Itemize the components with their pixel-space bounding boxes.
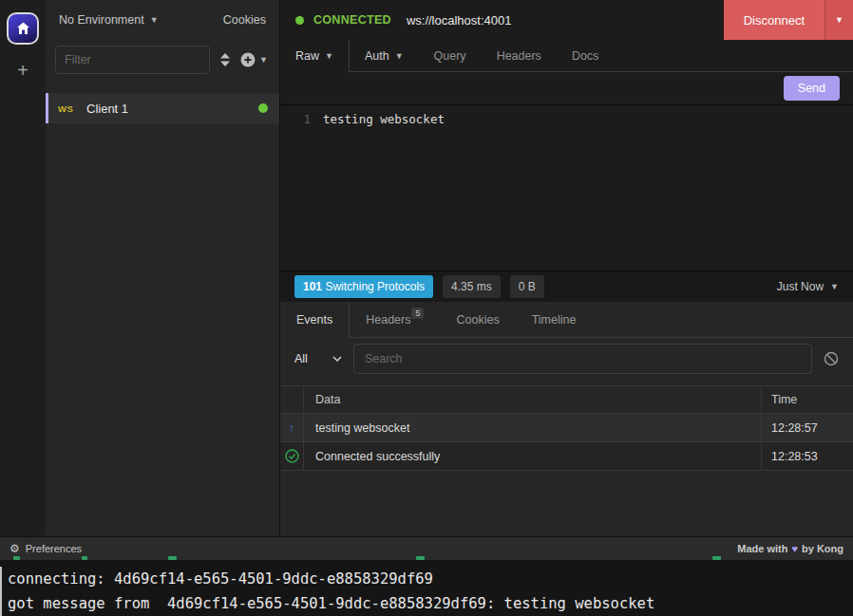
terminal-scrollbar[interactable] xyxy=(0,567,2,616)
event-data: testing websocket xyxy=(304,414,762,441)
chevron-down-icon: ▼ xyxy=(150,15,159,25)
main-pane: CONNECTED ws://localhost:4001 Disconnect… xyxy=(280,0,853,536)
disconnect-button[interactable]: Disconnect xyxy=(724,0,825,40)
tab-response-headers-label: Headers xyxy=(366,313,410,327)
connected-status-dot xyxy=(258,103,268,113)
table-row[interactable]: Connected successfully 12:28:53 xyxy=(280,442,853,471)
disconnect-split-button: Disconnect ▼ xyxy=(724,0,853,40)
ws-method-tag: WS xyxy=(58,103,86,114)
response-history-dropdown[interactable]: Just Now ▼ xyxy=(777,280,839,293)
check-circle-icon xyxy=(285,449,299,463)
tab-auth-label: Auth xyxy=(365,49,389,63)
terminal-line: connecting: 4d69cf14-e565-4501-9ddc-e885… xyxy=(8,567,853,591)
made-with-kong: Made with ♥ by Kong xyxy=(737,543,844,554)
editor-line-number: 1 xyxy=(280,112,323,271)
app-footer: ⚙ Preferences Made with ♥ by Kong xyxy=(0,536,853,560)
status-text: Switching Protocols xyxy=(325,280,425,293)
response-size-badge: 0 B xyxy=(510,275,544,298)
chevron-down-icon xyxy=(332,356,342,362)
events-search-input[interactable] xyxy=(353,344,812,374)
connection-status-label: CONNECTED xyxy=(313,13,391,27)
activity-rail: + xyxy=(0,0,46,536)
chevron-down-icon: ▼ xyxy=(325,51,333,61)
time-column-header: Time xyxy=(762,386,853,413)
chevron-down-icon: ▼ xyxy=(259,55,268,65)
events-pane: Events Headers 5 Cookies Timeline All xyxy=(280,302,853,536)
environment-label: No Environment xyxy=(59,13,144,27)
tab-timeline[interactable]: Timeline xyxy=(516,302,593,337)
clipped-terminal-text-fragment xyxy=(13,556,20,560)
tab-headers[interactable]: Headers xyxy=(482,40,557,71)
add-request-button[interactable]: ▼ xyxy=(240,52,268,67)
status-code-badge[interactable]: 101 Switching Protocols xyxy=(294,275,433,298)
message-editor[interactable]: 1 testing websocket xyxy=(280,104,853,271)
disconnect-menu-button[interactable]: ▼ xyxy=(825,0,853,40)
sort-icon[interactable] xyxy=(219,53,231,66)
response-tab-bar: Events Headers 5 Cookies Timeline xyxy=(280,302,853,338)
table-row[interactable]: ↑ testing websocket 12:28:57 xyxy=(280,414,853,442)
sidebar-header: No Environment ▼ Cookies xyxy=(46,0,279,40)
event-data: Connected successfully xyxy=(304,442,762,470)
preferences-button[interactable]: ⚙ Preferences xyxy=(9,542,82,555)
direction-column-header xyxy=(280,386,304,413)
recency-label: Just Now xyxy=(777,280,824,293)
tab-response-cookies[interactable]: Cookies xyxy=(440,302,515,337)
heart-icon: ♥ xyxy=(791,543,798,554)
tab-docs[interactable]: Docs xyxy=(557,40,614,71)
response-time-badge: 4.35 ms xyxy=(443,275,501,298)
editor-code: testing websocket xyxy=(323,112,445,271)
response-status-bar: 101 Switching Protocols 4.35 ms 0 B Just… xyxy=(280,271,853,302)
tab-events[interactable]: Events xyxy=(280,302,350,338)
events-table-header: Data Time xyxy=(280,385,853,414)
sidebar: No Environment ▼ Cookies ▼ WS Client 1 xyxy=(46,0,280,536)
tab-raw-label: Raw xyxy=(295,49,319,63)
ban-icon xyxy=(824,351,839,366)
tab-auth[interactable]: Auth ▼ xyxy=(350,40,419,71)
app-window: + No Environment ▼ Cookies ▼ WS Client 1 xyxy=(0,0,853,536)
event-type-select[interactable]: All xyxy=(294,352,342,365)
by-kong-text: by Kong xyxy=(802,543,844,554)
connection-status-dot xyxy=(295,16,304,25)
new-project-button[interactable]: + xyxy=(0,60,46,82)
event-time: 12:28:53 xyxy=(762,442,853,470)
preferences-label: Preferences xyxy=(26,543,82,554)
sidebar-item-client-1[interactable]: WS Client 1 xyxy=(46,93,279,123)
outgoing-arrow-icon: ↑ xyxy=(289,420,295,435)
send-button[interactable]: Send xyxy=(784,76,840,101)
data-column-header: Data xyxy=(304,386,762,413)
events-filter-row: All xyxy=(280,338,853,380)
tab-query[interactable]: Query xyxy=(419,40,482,71)
headers-count-badge: 5 xyxy=(411,308,424,319)
request-tab-bar: Raw ▼ Auth ▼ Query Headers Docs xyxy=(280,40,853,72)
tab-raw[interactable]: Raw ▼ xyxy=(280,40,350,72)
home-icon xyxy=(16,22,30,35)
clipped-terminal-text-fragment xyxy=(712,556,721,560)
status-code: 101 xyxy=(303,280,322,293)
clipped-terminal-text-fragment xyxy=(416,556,425,560)
send-row: Send xyxy=(280,72,853,104)
plus-circle-icon xyxy=(240,52,256,67)
tab-response-headers[interactable]: Headers 5 xyxy=(350,302,440,337)
gear-icon: ⚙ xyxy=(9,542,20,555)
chevron-down-icon: ▼ xyxy=(830,282,839,291)
clipped-terminal-text-fragment xyxy=(168,556,177,560)
chevron-down-icon: ▼ xyxy=(395,51,404,61)
events-table: Data Time ↑ testing websocket 12:28:57 C… xyxy=(280,385,853,471)
environment-dropdown[interactable]: No Environment ▼ xyxy=(59,13,159,27)
terminal-window[interactable]: connecting: 4d69cf14-e565-4501-9ddc-e885… xyxy=(0,560,853,616)
client-name: Client 1 xyxy=(86,102,128,116)
home-button[interactable] xyxy=(7,12,39,45)
url-bar: CONNECTED ws://localhost:4001 Disconnect… xyxy=(280,0,853,40)
sidebar-filter-row: ▼ xyxy=(46,40,279,84)
clipped-terminal-text-fragment xyxy=(82,556,87,560)
event-type-value: All xyxy=(294,352,308,365)
chevron-down-icon: ▼ xyxy=(835,15,844,25)
clear-events-button[interactable] xyxy=(824,351,839,366)
event-time: 12:28:57 xyxy=(762,414,853,441)
cookies-button[interactable]: Cookies xyxy=(223,13,266,27)
request-tab-rest: Auth ▼ Query Headers Docs xyxy=(350,40,853,72)
websocket-url[interactable]: ws://localhost:4001 xyxy=(407,13,512,28)
filter-input[interactable] xyxy=(55,46,210,74)
made-with-text: Made with xyxy=(737,543,787,554)
terminal-line: got message from 4d69cf14-e565-4501-9ddc… xyxy=(8,591,853,616)
